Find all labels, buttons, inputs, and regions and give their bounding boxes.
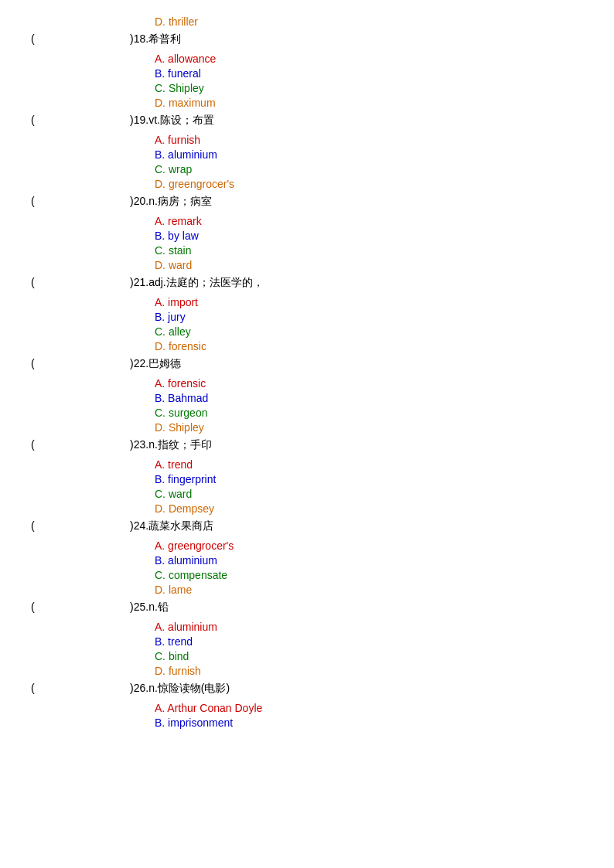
blank-23 [45, 438, 130, 451]
option-25-a: A. aluminium [155, 621, 583, 633]
option-23-c: C. ward [155, 488, 583, 500]
question-number-21: )21. [130, 276, 148, 288]
option-20-b: B. by law [155, 230, 583, 242]
question-19: ( )19. vt.陈设；布置 A. furnish B. aluminium … [31, 114, 583, 190]
options-23: A. trend B. fingerprint C. ward D. Demps… [155, 458, 583, 515]
options-20: A. remark B. by law C. stain D. ward [155, 215, 583, 271]
question-number-25: )25. [130, 601, 148, 613]
options-24: A. greengrocer's B. aluminium C. compens… [155, 540, 583, 596]
option-21-d: D. forensic [155, 340, 583, 352]
question-chinese-26: n.惊险读物(电影) [148, 682, 230, 696]
paren-left-24: ( [31, 519, 39, 532]
option-text: thriller [169, 15, 198, 28]
paren-left-26: ( [31, 682, 39, 694]
option-20-a: A. remark [155, 215, 583, 227]
options-21: A. import B. jury C. alley D. forensic [155, 296, 583, 352]
question-18: ( )18. 希普利 A. allowance B. funeral C. Sh… [31, 32, 583, 109]
option-21-b: B. jury [155, 311, 583, 323]
question-chinese-19: vt.陈设；布置 [148, 114, 214, 128]
paren-left-19: ( [31, 114, 39, 126]
options-25: A. aluminium B. trend C. bind D. furnish [155, 621, 583, 677]
question-21: ( )21. adj.法庭的；法医学的， A. import B. jury C… [31, 276, 583, 352]
paren-left-25: ( [31, 601, 39, 613]
question-number-24: )24. [130, 519, 148, 532]
standalone-option-d-thriller: D. thriller [155, 15, 583, 28]
question-20: ( )20. n.病房；病室 A. remark B. by law C. st… [31, 195, 583, 271]
question-number-20: )20. [130, 195, 148, 207]
question-25: ( )25. n.铅 A. aluminium B. trend C. bind… [31, 601, 583, 677]
question-number-26: )26. [130, 682, 148, 694]
paren-left-18: ( [31, 32, 39, 45]
option-24-d: D. lame [155, 584, 583, 596]
blank-19 [45, 114, 130, 126]
option-18-b: B. funeral [155, 67, 583, 80]
question-chinese-25: n.铅 [148, 601, 169, 614]
option-18-d: D. maximum [155, 97, 583, 109]
question-number-19: )19. [130, 114, 148, 126]
option-25-b: B. trend [155, 635, 583, 648]
question-26: ( )26. n.惊险读物(电影) A. Arthur Conan Doyle … [31, 682, 583, 729]
option-25-c: C. bind [155, 650, 583, 662]
question-chinese-24: 蔬菜水果商店 [148, 519, 213, 533]
question-23: ( )23. n.指纹；手印 A. trend B. fingerprint C… [31, 438, 583, 515]
option-23-a: A. trend [155, 458, 583, 471]
option-19-d: D. greengrocer's [155, 178, 583, 190]
paren-left-20: ( [31, 195, 39, 207]
option-19-c: C. wrap [155, 163, 583, 175]
option-22-c: C. surgeon [155, 407, 583, 419]
question-chinese-23: n.指纹；手印 [148, 438, 212, 452]
question-chinese-20: n.病房；病室 [148, 195, 212, 209]
question-22: ( )22. 巴姆德 A. forensic B. Bahmad C. surg… [31, 357, 583, 434]
option-23-b: B. fingerprint [155, 473, 583, 485]
option-24-b: B. aluminium [155, 554, 583, 567]
option-24-a: A. greengrocer's [155, 540, 583, 552]
option-20-c: C. stain [155, 244, 583, 257]
blank-20 [45, 195, 130, 207]
blank-25 [45, 601, 130, 613]
blank-24 [45, 519, 130, 532]
blank-18 [45, 32, 130, 45]
options-22: A. forensic B. Bahmad C. surgeon D. Ship… [155, 377, 583, 434]
option-25-d: D. furnish [155, 665, 583, 677]
question-chinese-21: adj.法庭的；法医学的， [148, 276, 264, 290]
question-24: ( )24. 蔬菜水果商店 A. greengrocer's B. alumin… [31, 519, 583, 596]
question-chinese-22: 巴姆德 [148, 357, 181, 371]
option-19-a: A. furnish [155, 134, 583, 146]
option-22-a: A. forensic [155, 377, 583, 390]
quiz-container: D. thriller ( )18. 希普利 A. allowance B. f… [31, 15, 583, 729]
paren-left-23: ( [31, 438, 39, 451]
blank-22 [45, 357, 130, 369]
option-20-d: D. ward [155, 259, 583, 271]
option-18-a: A. allowance [155, 53, 583, 65]
option-21-c: C. alley [155, 325, 583, 338]
options-18: A. allowance B. funeral C. Shipley D. ma… [155, 53, 583, 109]
question-number-22: )22. [130, 357, 148, 369]
paren-left-21: ( [31, 276, 39, 288]
question-number-18: )18. [130, 32, 148, 45]
options-19: A. furnish B. aluminium C. wrap D. green… [155, 134, 583, 190]
paren-left-22: ( [31, 357, 39, 369]
option-26-a: A. Arthur Conan Doyle [155, 702, 583, 714]
option-letter: D. [155, 15, 169, 28]
blank-21 [45, 276, 130, 288]
option-26-b: B. imprisonment [155, 717, 583, 729]
option-19-b: B. aluminium [155, 148, 583, 161]
option-21-a: A. import [155, 296, 583, 308]
option-18-c: C. Shipley [155, 82, 583, 94]
option-22-d: D. Shipley [155, 421, 583, 434]
blank-26 [45, 682, 130, 694]
option-24-c: C. compensate [155, 569, 583, 581]
question-chinese-18: 希普利 [148, 32, 181, 46]
options-26: A. Arthur Conan Doyle B. imprisonment [155, 702, 583, 729]
question-number-23: )23. [130, 438, 148, 451]
option-22-b: B. Bahmad [155, 392, 583, 404]
option-23-d: D. Dempsey [155, 502, 583, 515]
